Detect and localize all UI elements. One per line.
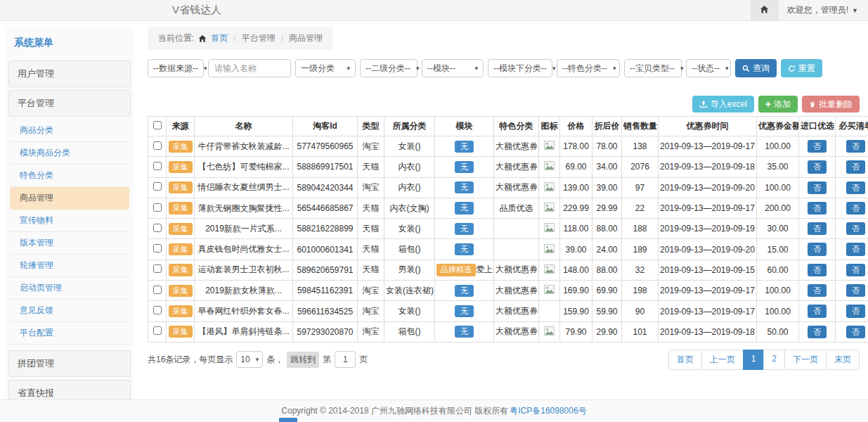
add-button[interactable]: + 添加 <box>758 96 798 113</box>
price-cell: 139.00 <box>560 177 592 198</box>
import-toggle-button[interactable]: 否 <box>808 181 827 194</box>
import-toggle-button[interactable]: 否 <box>808 202 827 215</box>
filter-select[interactable]: 一级分类▾ <box>295 59 356 77</box>
must-buy-cell: 否 <box>836 260 868 280</box>
name-search-input[interactable] <box>208 59 291 77</box>
record-count-text: 共16条记录，每页显示 <box>148 354 233 366</box>
sidebar-item[interactable]: 启动页管理 <box>10 277 129 300</box>
import-toggle-button[interactable]: 否 <box>808 264 827 276</box>
row-checkbox[interactable] <box>153 162 162 170</box>
chevron-down-icon: ▾ <box>346 65 350 72</box>
jump-button[interactable]: 跳转到 <box>287 352 319 368</box>
page-button[interactable]: 首页 <box>668 350 702 370</box>
module-cell: 无 <box>435 157 494 177</box>
type-cell: 淘宝 <box>358 136 384 157</box>
sidebar-item[interactable]: 商品管理 <box>10 187 129 210</box>
table-row: 采集2019新款一片式系...588216228899天猫女装()无118.00… <box>148 219 868 239</box>
page-button[interactable]: 下一页 <box>784 350 827 370</box>
coupon-time-cell: 2019-09-13—2019-09-20 <box>659 177 757 198</box>
filter-select[interactable]: --特色分类--▾ <box>557 59 620 77</box>
filter-select[interactable]: --宝贝类型--▾ <box>624 59 682 77</box>
row-checkbox[interactable] <box>153 326 162 335</box>
must-buy-toggle-button[interactable]: 否 <box>846 202 865 215</box>
sales-cell: 198 <box>622 281 659 301</box>
checkbox-cell <box>148 177 167 198</box>
feature-cell: 品质优选 <box>494 198 539 218</box>
sidebar-item[interactable]: 宣传物料 <box>10 210 129 232</box>
page-number-input[interactable] <box>335 351 356 368</box>
import-toggle-button[interactable]: 否 <box>808 140 827 153</box>
source-cell: 采集 <box>167 157 195 177</box>
sidebar-item[interactable]: 拼团管理 <box>8 350 131 377</box>
search-button[interactable]: 查询 <box>735 59 777 77</box>
must-buy-toggle-button[interactable]: 否 <box>846 326 865 338</box>
feature-cell: 大额优惠券 <box>494 260 539 280</box>
row-checkbox[interactable] <box>153 203 162 212</box>
filter-select[interactable]: --二级分类--▾ <box>360 59 417 77</box>
discount-price-cell: 39.00 <box>592 177 622 198</box>
must-buy-toggle-button[interactable]: 否 <box>846 140 865 153</box>
user-menu[interactable]: 欢迎您，管理员! ▼ <box>787 4 858 16</box>
sidebar-item[interactable]: 省直快报 <box>8 380 131 399</box>
row-checkbox[interactable] <box>153 306 162 314</box>
must-buy-toggle-button[interactable]: 否 <box>846 284 865 297</box>
filter-select[interactable]: --模块下分类--▾ <box>488 59 552 77</box>
must-buy-toggle-button[interactable]: 否 <box>846 222 865 235</box>
sales-cell: 189 <box>622 239 659 260</box>
import-toggle-button[interactable]: 否 <box>808 305 827 317</box>
import-toggle-button[interactable]: 否 <box>808 284 827 297</box>
sidebar-item[interactable]: 平台管理 <box>8 90 131 117</box>
sidebar-item[interactable]: 轮播管理 <box>10 255 129 277</box>
column-header: 价格 <box>560 117 592 136</box>
must-buy-toggle-button[interactable]: 否 <box>846 243 865 255</box>
row-checkbox[interactable] <box>153 141 162 150</box>
filter-select[interactable]: --数据来源--▾ <box>148 59 204 77</box>
checkbox-cell <box>148 219 167 239</box>
home-button[interactable] <box>751 0 779 21</box>
column-header: 特色分类 <box>494 117 539 136</box>
coupon-amount-cell: 15.00 <box>757 239 799 260</box>
sidebar-item[interactable]: 商品分类 <box>10 120 129 142</box>
row-checkbox[interactable] <box>153 264 162 273</box>
module-cell: 无 <box>435 239 494 260</box>
row-checkbox[interactable] <box>153 224 162 232</box>
must-buy-toggle-button[interactable]: 否 <box>846 264 865 276</box>
filter-select[interactable]: --模块--▾ <box>422 59 484 77</box>
page-button[interactable]: 末页 <box>826 350 860 370</box>
page-button[interactable]: 2 <box>763 350 785 370</box>
must-buy-toggle-button[interactable]: 否 <box>846 181 865 194</box>
must-buy-cell: 否 <box>836 157 868 177</box>
sidebar-item[interactable]: 模块商品分类 <box>10 142 129 165</box>
per-page-select[interactable]: 10▾ <box>236 351 263 368</box>
sidebar-item[interactable]: 意见反馈 <box>10 300 129 322</box>
sidebar-item[interactable]: 版本管理 <box>10 232 129 255</box>
filter-select[interactable]: --状态--▾ <box>686 59 731 77</box>
breadcrumb-home-link[interactable]: 首页 <box>211 32 228 44</box>
product-thumbnail-icon <box>544 142 555 152</box>
row-checkbox[interactable] <box>153 286 162 294</box>
sales-cell: 97 <box>622 177 659 198</box>
page-button[interactable]: 上一页 <box>701 350 744 370</box>
import-toggle-button[interactable]: 否 <box>808 243 827 255</box>
checkbox-cell <box>148 321 167 342</box>
page-button[interactable]: 1 <box>743 350 765 370</box>
import-toggle-button[interactable]: 否 <box>808 222 827 235</box>
sidebar-title: 系统菜单 <box>8 34 131 58</box>
sidebar-item[interactable]: 特色分类 <box>10 165 129 187</box>
import-toggle-button[interactable]: 否 <box>808 160 827 173</box>
import-excel-button[interactable]: 导入excel <box>692 96 754 113</box>
reset-button[interactable]: 重置 <box>781 59 822 77</box>
category-cell: 男装() <box>384 260 435 280</box>
batch-delete-button[interactable]: 批量删除 <box>802 96 860 113</box>
chevron-down-icon: ▾ <box>680 65 684 72</box>
sidebar-item[interactable]: 用户管理 <box>8 60 131 87</box>
must-buy-toggle-button[interactable]: 否 <box>846 305 865 317</box>
row-checkbox[interactable] <box>153 182 162 191</box>
checkbox-cell <box>148 157 167 177</box>
must-buy-toggle-button[interactable]: 否 <box>846 160 865 173</box>
sidebar-item[interactable]: 平台配置 <box>10 322 129 345</box>
icp-link[interactable]: 粤ICP备16098006号 <box>510 405 586 417</box>
row-checkbox[interactable] <box>153 244 162 252</box>
select-all-checkbox[interactable] <box>153 121 162 129</box>
import-toggle-button[interactable]: 否 <box>808 326 827 338</box>
